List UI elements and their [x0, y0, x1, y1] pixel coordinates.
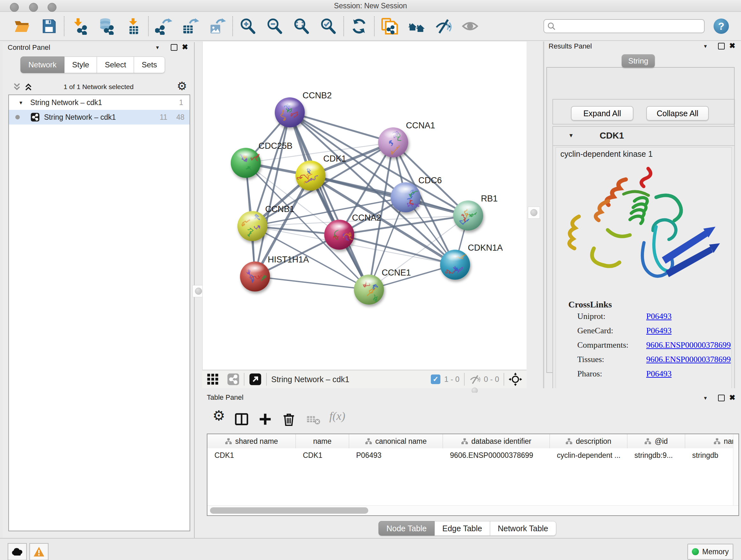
zoom-in-button[interactable] [239, 17, 257, 36]
import-network-from-database-button[interactable] [97, 17, 116, 36]
network-collection-row[interactable]: ▼ String Network – cdk1 1 [9, 95, 190, 110]
table-panel-menu-icon[interactable]: ▼ [703, 395, 708, 401]
column-type-icon [714, 438, 721, 445]
network-node-CDKN1A[interactable]: CDKN1A [440, 243, 503, 280]
column-header-namespace[interactable]: namespace [685, 434, 739, 448]
network-node-RB1[interactable]: RB1 [453, 194, 498, 231]
column-header-database-identifier[interactable]: database identifier [443, 434, 550, 448]
network-edge-CCNB2-HIST1H1A[interactable] [255, 112, 290, 276]
tab-sets[interactable]: Sets [134, 57, 165, 73]
search-input[interactable] [558, 21, 701, 31]
column-header-name[interactable]: name [296, 434, 349, 448]
crosslinks-list: Uniprot:P06493GeneCard:P06493Compartment… [556, 312, 731, 383]
network-row[interactable]: String Network – cdk1 11 48 [9, 110, 190, 125]
table-horizontal-scrollbar[interactable] [207, 505, 738, 515]
table-panel-float-icon[interactable] [718, 395, 725, 401]
table-vertical-scrollbar[interactable] [733, 434, 738, 515]
import-table-from-file-button[interactable] [124, 17, 142, 36]
tab-network[interactable]: Network [20, 57, 64, 73]
apply-preferred-layout-icon [350, 17, 367, 35]
new-network-from-selection-button[interactable] [381, 17, 399, 36]
table-cell[interactable]: P06493 [349, 448, 443, 462]
network-node-CCNA1[interactable]: CCNA1 [378, 121, 435, 158]
tree-expand-icon[interactable]: ▼ [18, 100, 23, 105]
help-button[interactable]: ? [714, 18, 729, 34]
table-cell[interactable]: 9606.ENSP00000378699 [443, 448, 550, 462]
results-panel-title: Results Panel [549, 42, 592, 51]
selected-counts: 1 - 0 [444, 375, 460, 384]
show-all-button[interactable] [461, 17, 479, 36]
hscroll-thumb[interactable] [210, 507, 368, 514]
warning-button[interactable] [29, 543, 49, 560]
network-options-gear-icon[interactable]: ⚙ [177, 79, 187, 93]
control-panel-float-icon[interactable] [171, 44, 178, 51]
column-header-canonical-name[interactable]: canonical name [349, 434, 443, 448]
column-header-label: database identifier [471, 437, 531, 446]
table-cell[interactable]: stringdb [685, 448, 739, 462]
search-box[interactable] [543, 19, 704, 33]
tab-style[interactable]: Style [64, 57, 97, 73]
hide-selection-button[interactable] [434, 17, 453, 36]
results-panel-float-icon[interactable] [718, 43, 725, 50]
memory-button[interactable]: Memory [687, 544, 733, 560]
network-edge-CDK1-RB1[interactable] [311, 176, 468, 215]
birdseye-crosshair-icon[interactable] [509, 373, 522, 386]
open-session-button[interactable] [13, 17, 31, 36]
zoom-selected-button[interactable] [319, 17, 338, 36]
table-options-gear-icon[interactable]: ⚙ [212, 408, 225, 424]
column-type-icon [365, 438, 372, 445]
control-panel-close-icon[interactable]: ✖ [182, 43, 188, 51]
results-panel-close-icon[interactable]: ✖ [729, 42, 735, 50]
network-node-CDK1[interactable]: CDK1 [295, 154, 346, 191]
apply-preferred-layout-button[interactable] [350, 17, 368, 36]
tab-edge-table[interactable]: Edge Table [434, 521, 490, 536]
tab-node-table[interactable]: Node Table [379, 521, 434, 536]
selected-checkbox-icon[interactable]: ✓ [431, 374, 441, 384]
tab-network-table[interactable]: Network Table [490, 521, 556, 536]
section-collapse-icon[interactable]: ▼ [568, 132, 574, 139]
table-cell[interactable]: CDK1 [296, 448, 349, 462]
column-header--id[interactable]: @id [627, 434, 685, 448]
network-node-CDC25B[interactable]: CDC25B [231, 141, 293, 178]
column-header-shared-name[interactable]: shared name [207, 434, 296, 448]
table-cell[interactable]: stringdb:9... [627, 448, 685, 462]
zoom-fit-button[interactable] [292, 17, 311, 36]
show-columns-icon[interactable] [234, 412, 249, 427]
crosslink-value-link[interactable]: P06493 [646, 369, 671, 379]
network-edge-HIST1H1A-CCNE1[interactable] [255, 276, 369, 290]
add-column-icon[interactable] [258, 412, 273, 427]
grid-view-icon[interactable] [207, 373, 219, 385]
string-view-icon[interactable] [227, 373, 239, 385]
network-node-HIST1H1A[interactable]: HIST1H1A [240, 255, 309, 292]
delete-column-icon[interactable] [281, 412, 296, 427]
first-neighbors-button[interactable] [407, 17, 426, 36]
cloud-button[interactable] [8, 543, 27, 560]
column-header-description[interactable]: description [550, 434, 627, 448]
table-panel-close-icon[interactable]: ✖ [729, 393, 735, 402]
expand-all-button[interactable]: Expand All [571, 106, 633, 121]
table-cell[interactable]: cyclin-dependent ... [550, 448, 627, 462]
control-panel-menu-icon[interactable]: ▼ [155, 45, 160, 50]
export-network-button[interactable] [154, 17, 173, 36]
crosslink-value-link[interactable]: 9606.ENSP00000378699 [646, 355, 731, 364]
tab-select[interactable]: Select [97, 57, 134, 73]
right-splitter[interactable] [527, 42, 544, 388]
save-session-button[interactable] [40, 17, 58, 36]
crosslink-value-link[interactable]: P06493 [646, 312, 671, 321]
table-cell[interactable]: CDK1 [207, 448, 296, 462]
crosslink-value-link[interactable]: P06493 [646, 326, 671, 335]
horizontal-splitter[interactable] [196, 388, 741, 393]
right-splitter-handle[interactable] [528, 206, 540, 219]
collapse-all-button[interactable]: Collapse All [646, 106, 709, 121]
zoom-out-button[interactable] [266, 17, 284, 36]
export-table-button[interactable] [181, 17, 200, 36]
control-panel: Control Panel ▼ ✖ NetworkStyleSelectSets… [3, 42, 195, 538]
gene-section-header[interactable]: ▼ CDK1 [553, 127, 734, 146]
crosslink-value-link[interactable]: 9606.ENSP00000378699 [646, 340, 731, 350]
results-panel-menu-icon[interactable]: ▼ [703, 44, 708, 49]
network-canvas[interactable]: CCNB2 CCNA1 CDC25B CDK1 CDC6 RB1 CCNB1 C… [202, 42, 527, 370]
import-network-from-file-button[interactable] [70, 17, 89, 36]
tab-string[interactable]: String [622, 54, 655, 68]
detach-view-icon[interactable] [249, 373, 262, 386]
export-image-button[interactable] [208, 17, 226, 36]
